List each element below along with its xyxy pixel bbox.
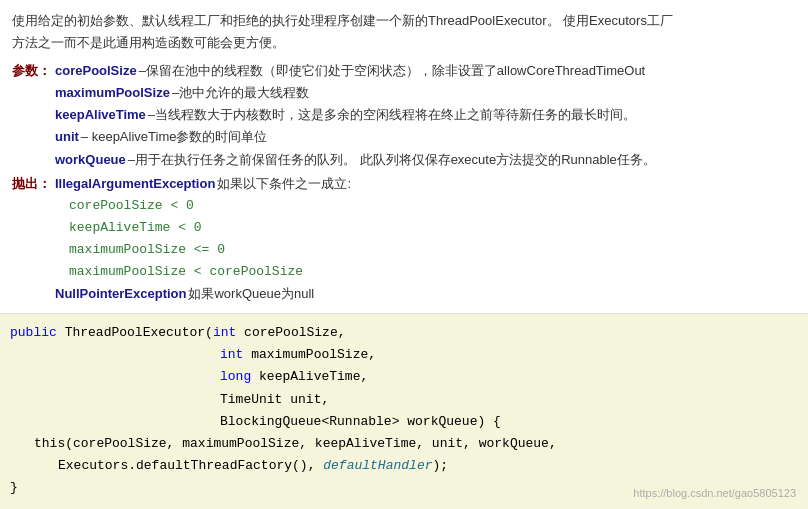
executors-ref: Executors. bbox=[58, 455, 136, 477]
code-line-2: int maximumPoolSize, bbox=[10, 344, 798, 366]
param-corepoolsize: corePoolSize, bbox=[244, 322, 345, 344]
param-desc-1: –池中允许的最大线程数 bbox=[172, 82, 309, 104]
code-line-3: long keepAliveTime, bbox=[10, 366, 798, 388]
generic-runnable: <Runnable> bbox=[321, 411, 399, 433]
param-name-2: keepAliveTime bbox=[55, 104, 146, 126]
param-desc-2: –当线程数大于内核数时，这是多余的空闲线程将在终止之前等待新任务的最长时间。 bbox=[148, 104, 636, 126]
kw-long: long bbox=[220, 366, 251, 388]
condition-0: corePoolSize < 0 bbox=[55, 195, 351, 217]
kw-int-2: int bbox=[220, 344, 243, 366]
closing-brace: } bbox=[10, 477, 18, 499]
desc-line2: 方法之一而不是此通用构造函数可能会更方便。 bbox=[12, 35, 285, 50]
param-name-1: maximumPoolSize bbox=[55, 82, 170, 104]
param-maxpoolsize: maximumPoolSize, bbox=[251, 344, 376, 366]
class-name: ThreadPoolExecutor bbox=[65, 322, 205, 344]
type-timeunit: TimeUnit bbox=[220, 389, 282, 411]
throws-desc: 如果以下条件之一成立: bbox=[217, 173, 351, 195]
default-handler-link[interactable]: defaultHandler bbox=[323, 455, 432, 477]
doc-section: 使用给定的初始参数、默认线程工厂和拒绝的执行处理程序创建一个新的ThreadPo… bbox=[0, 0, 808, 314]
param-desc-3: – keepAliveTime参数的时间单位 bbox=[81, 126, 268, 148]
condition-2: maximumPoolSize <= 0 bbox=[55, 239, 351, 261]
code-line-6: this(corePoolSize, maximumPoolSize, keep… bbox=[10, 433, 798, 455]
desc-line1: 使用给定的初始参数、默认线程工厂和拒绝的执行处理程序创建一个新的ThreadPo… bbox=[12, 13, 673, 28]
throws-label: 抛出： bbox=[12, 173, 51, 306]
main-container: 使用给定的初始参数、默认线程工厂和拒绝的执行处理程序创建一个新的ThreadPo… bbox=[0, 0, 808, 509]
param-workqueue: workQueue) { bbox=[407, 411, 501, 433]
watermark: https://blog.csdn.net/gao5805123 bbox=[633, 484, 796, 503]
param-name-0: corePoolSize bbox=[55, 60, 137, 82]
code-line-4: TimeUnit unit, bbox=[10, 389, 798, 411]
description: 使用给定的初始参数、默认线程工厂和拒绝的执行处理程序创建一个新的ThreadPo… bbox=[12, 10, 796, 54]
condition-3: maximumPoolSize < corePoolSize bbox=[55, 261, 351, 283]
param-name-4: workQueue bbox=[55, 149, 126, 171]
code-line-5: BlockingQueue <Runnable> workQueue) { bbox=[10, 411, 798, 433]
condition-1: keepAliveTime < 0 bbox=[55, 217, 351, 239]
param-desc-4: –用于在执行任务之前保留任务的队列。 此队列将仅保存execute方法提交的Ru… bbox=[128, 149, 656, 171]
kw-int-1: int bbox=[213, 322, 236, 344]
param-desc-0: –保留在池中的线程数（即使它们处于空闲状态），除非设置了allowCoreThr… bbox=[139, 60, 646, 82]
param-unit: unit, bbox=[290, 389, 329, 411]
param-name-3: unit bbox=[55, 126, 79, 148]
type-blockingqueue: BlockingQueue bbox=[220, 411, 321, 433]
param-keepalivetime: keepAliveTime, bbox=[259, 366, 368, 388]
code-line-1: public ThreadPoolExecutor ( int corePool… bbox=[10, 322, 798, 344]
params-label: 参数： bbox=[12, 60, 51, 170]
kw-public: public bbox=[10, 322, 57, 344]
nullpointer-class: NullPointerException bbox=[55, 283, 186, 305]
this-call: this(corePoolSize, maximumPoolSize, keep… bbox=[34, 433, 557, 455]
code-section: public ThreadPoolExecutor ( int corePool… bbox=[0, 314, 808, 509]
default-thread-factory: defaultThreadFactory bbox=[136, 455, 292, 477]
nullpointer-desc: 如果workQueue为null bbox=[188, 283, 314, 305]
throws-class: IllegalArgumentException bbox=[55, 173, 215, 195]
code-line-7: Executors. defaultThreadFactory (), defa… bbox=[10, 455, 798, 477]
